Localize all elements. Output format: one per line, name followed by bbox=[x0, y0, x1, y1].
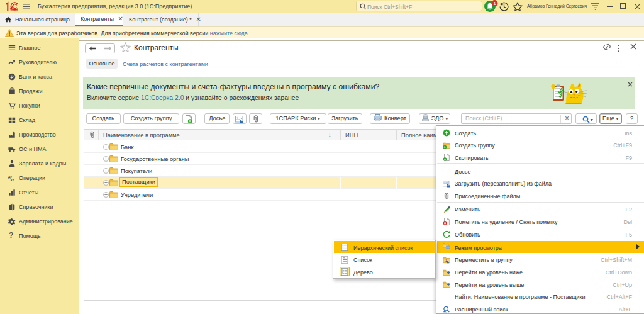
svg-text:1: 1 bbox=[493, 1, 496, 6]
svg-text:₽: ₽ bbox=[11, 74, 14, 80]
svg-text:Кт: Кт bbox=[11, 179, 14, 182]
